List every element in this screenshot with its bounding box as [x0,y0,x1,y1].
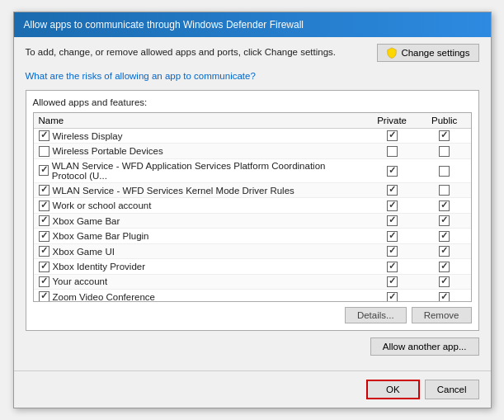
app-name-cell: WLAN Service - WFD Services Kernel Mode … [34,182,366,197]
app-name-text: Wireless Portable Devices [53,146,163,156]
col-header-private: Private [365,113,418,129]
app-public-cell [418,243,471,258]
panel-label: Allowed apps and features: [33,97,472,107]
public-checkbox[interactable] [439,130,450,141]
remove-button[interactable]: Remove [412,307,472,323]
app-name-cell: Wireless Portable Devices [34,144,366,158]
public-checkbox[interactable] [439,246,450,257]
private-checkbox[interactable] [387,185,398,196]
app-private-cell [365,213,418,228]
app-private-cell [365,144,418,158]
table-row: Work or school account [34,198,471,213]
private-checkbox[interactable] [387,292,398,302]
app-public-cell [418,144,471,158]
app-name-cell: WLAN Service - WFD Application Services … [34,158,366,182]
app-private-cell [365,182,418,197]
app-name-cell: Xbox Identity Provider [34,259,366,274]
app-private-cell [365,243,418,258]
table-row: Wireless Portable Devices [34,144,471,158]
app-private-cell [365,129,418,144]
app-name-checkbox[interactable] [39,231,49,242]
public-checkbox[interactable] [439,215,450,226]
app-private-cell [365,274,418,289]
allow-another-row: Allow another app... [26,337,479,356]
private-checkbox[interactable] [387,146,398,157]
table-row: WLAN Service - WFD Services Kernel Mode … [34,182,471,197]
app-private-cell [365,229,418,243]
private-checkbox[interactable] [387,166,398,177]
app-public-cell [418,129,471,144]
public-checkbox[interactable] [439,166,450,177]
private-checkbox[interactable] [387,215,398,226]
top-row: To add, change, or remove allowed apps a… [26,47,479,62]
cancel-button[interactable]: Cancel [425,380,479,399]
ok-button[interactable]: OK [366,380,420,399]
app-name-cell: Zoom Video Conference [34,290,366,302]
col-header-public: Public [418,113,471,129]
private-checkbox[interactable] [387,246,398,257]
private-checkbox[interactable] [387,262,398,272]
dialog-window: Allow apps to communicate through Window… [13,12,492,408]
title-bar: Allow apps to communicate through Window… [14,12,491,37]
public-checkbox[interactable] [439,276,450,287]
app-name-text: Zoom Video Conference [53,292,155,302]
app-public-cell [418,213,471,228]
bottom-buttons: OK Cancel [14,370,491,408]
app-name-text: Xbox Identity Provider [53,262,146,271]
app-name-checkbox[interactable] [39,215,49,226]
table-row: Xbox Game UI [34,243,471,258]
app-name-checkbox[interactable] [39,165,49,176]
public-checkbox[interactable] [439,231,450,242]
change-settings-button[interactable]: Change settings [377,44,478,62]
app-name-text: Xbox Game UI [53,247,115,257]
app-name-cell: Xbox Game UI [34,243,366,258]
public-checkbox[interactable] [439,201,450,211]
private-checkbox[interactable] [387,130,398,141]
app-name-checkbox[interactable] [39,130,49,141]
private-checkbox[interactable] [387,276,398,287]
app-private-cell [365,259,418,274]
app-public-cell [418,229,471,243]
app-name-checkbox[interactable] [39,246,49,257]
app-public-cell [418,259,471,274]
app-public-cell [418,274,471,289]
app-name-text: Wireless Display [53,131,123,141]
app-name-checkbox[interactable] [39,276,49,287]
table-row: WLAN Service - WFD Application Services … [34,158,471,182]
table-row: Xbox Game Bar [34,213,471,228]
public-checkbox[interactable] [439,146,450,157]
app-name-text: Xbox Game Bar [53,216,120,226]
allow-another-button[interactable]: Allow another app... [370,337,479,356]
app-name-checkbox[interactable] [39,291,49,302]
app-private-cell [365,158,418,182]
apps-table-container[interactable]: Name Private Public Wireless DisplayWire… [33,112,472,302]
app-name-cell: Your account [34,274,366,289]
dialog-content: To add, change, or remove allowed apps a… [14,37,491,366]
app-private-cell [365,198,418,213]
table-row: Xbox Identity Provider [34,259,471,274]
table-row: Your account [34,274,471,289]
app-public-cell [418,158,471,182]
public-checkbox[interactable] [439,262,450,272]
app-name-text: Xbox Game Bar Plugin [53,231,149,241]
app-name-checkbox[interactable] [39,146,49,157]
app-name-checkbox[interactable] [39,185,49,196]
app-public-cell [418,198,471,213]
table-row: Xbox Game Bar Plugin [34,229,471,243]
public-checkbox[interactable] [439,292,450,302]
private-checkbox[interactable] [387,201,398,211]
allowed-apps-panel: Allowed apps and features: Name Private … [26,90,479,331]
app-name-text: Work or school account [53,201,152,210]
table-row: Zoom Video Conference [34,290,471,302]
description-text: To add, change, or remove allowed apps a… [26,47,337,57]
app-public-cell [418,290,471,302]
risk-link[interactable]: What are the risks of allowing an app to… [26,71,256,81]
app-name-checkbox[interactable] [39,201,49,211]
public-checkbox[interactable] [439,185,450,196]
details-button[interactable]: Details... [345,307,407,323]
change-settings-label: Change settings [401,48,469,58]
app-name-text: WLAN Service - WFD Application Services … [52,161,361,181]
private-checkbox[interactable] [387,231,398,242]
app-name-checkbox[interactable] [39,262,49,272]
app-name-cell: Wireless Display [34,129,366,144]
